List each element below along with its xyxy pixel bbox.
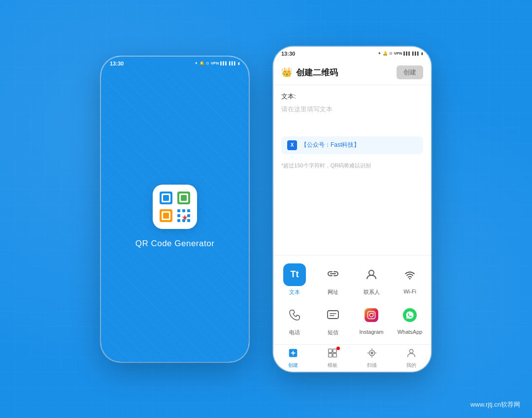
create-button[interactable]: 创建 <box>397 65 423 79</box>
url-icon-wrap <box>322 263 344 286</box>
whatsapp-type-label: WhatsApp <box>398 329 423 335</box>
app-screen-icon: ⊙ <box>389 51 393 56</box>
content-area: 文本: 请在这里填写文本 X 【公众号：Fast科技】 *超过150个字符时，Q… <box>273 85 431 255</box>
phone-splash-inner: 13:30 ✦ 🔔 ⊙ VPN ▌▌▌ ▌▌▌ ▮ <box>101 57 249 362</box>
nav-scan-icon <box>366 348 377 361</box>
type-item-phone[interactable]: 电话 <box>275 300 314 340</box>
svg-rect-23 <box>368 311 375 319</box>
url-icon <box>326 268 340 282</box>
text-label: 文本: <box>273 85 431 103</box>
svg-rect-20 <box>328 311 338 319</box>
screen-icon: ⊙ <box>206 61 209 65</box>
svg-point-18 <box>369 270 374 275</box>
nav-scan-label: 扫描 <box>367 362 377 369</box>
phone-app-inner: 13:30 ✦ 🔔 ⊙ VPN ▌▌▌ ▌▌▌ ▮ 👑 创 <box>273 47 431 372</box>
svg-rect-29 <box>329 349 332 352</box>
wifi-status-icon: ▌▌▌ <box>229 62 236 65</box>
phone-icon <box>288 308 301 322</box>
wifi-type-label: Wi-Fi <box>403 289 416 294</box>
svg-rect-30 <box>333 349 336 352</box>
app-header: 👑 创建二维码 创建 <box>273 61 431 85</box>
type-item-sms[interactable]: 短信 <box>314 300 352 340</box>
header-title: 创建二维码 <box>296 67 338 78</box>
nav-create[interactable]: 创建 <box>273 345 313 372</box>
type-item-instagram[interactable]: Instagram <box>352 300 391 340</box>
instagram-icon <box>365 308 378 322</box>
whatsapp-icon <box>403 308 417 322</box>
ad-text: 【公众号：Fast科技】 <box>301 141 360 149</box>
app-network-icon: VPN <box>394 51 402 56</box>
svg-point-25 <box>373 312 374 313</box>
sms-type-label: 短信 <box>328 329 338 336</box>
battery-icon: ▮ <box>238 62 240 65</box>
nav-create-icon <box>288 348 299 361</box>
bottom-nav: 创建 模板 <box>273 344 431 372</box>
nav-profile-icon <box>406 348 417 361</box>
type-item-url[interactable]: 网址 <box>314 259 352 300</box>
app-status-icons: ✦ 🔔 ⊙ VPN ▌▌▌ ▌▌▌ ▮ <box>378 51 423 56</box>
nav-template-label: 模板 <box>328 362 337 369</box>
app-screen: 13:30 ✦ 🔔 ⊙ VPN ▌▌▌ ▌▌▌ ▮ 👑 创 <box>273 47 431 372</box>
svg-point-24 <box>369 313 373 317</box>
contact-icon <box>365 268 378 282</box>
crown-icon: 👑 <box>281 67 292 78</box>
svg-rect-31 <box>329 353 332 356</box>
svg-point-19 <box>409 278 411 279</box>
app-status-bar: 13:30 ✦ 🔔 ⊙ VPN ▌▌▌ ▌▌▌ ▮ <box>273 47 431 61</box>
app-battery-icon: ▮ <box>421 52 423 56</box>
app-volume-icon: 🔔 <box>383 51 388 56</box>
type-item-whatsapp[interactable]: WhatsApp <box>391 300 429 340</box>
type-item-wifi[interactable]: Wi-Fi <box>391 259 429 300</box>
text-icon-wrap: Tt <box>283 263 306 286</box>
nav-template[interactable]: 模板 <box>313 345 352 372</box>
hint-text: *超过150个字符时，QR码将难以识别 <box>273 158 431 173</box>
svg-point-34 <box>371 352 373 354</box>
nav-profile[interactable]: 我的 <box>392 345 431 372</box>
app-bluetooth-icon: ✦ <box>378 51 381 56</box>
header-left: 👑 创建二维码 <box>281 67 338 78</box>
site-watermark: www.rjtj.cn软荐网 <box>470 400 520 409</box>
phone-type-label: 电话 <box>289 329 300 336</box>
ad-banner: X 【公众号：Fast科技】 <box>281 136 423 154</box>
splash-screen: 13:30 ✦ 🔔 ⊙ VPN ▌▌▌ ▌▌▌ ▮ <box>101 57 249 362</box>
notch <box>155 57 195 67</box>
contact-type-label: 联系人 <box>364 289 380 296</box>
text-type-icon: Tt <box>291 269 299 280</box>
svg-point-39 <box>409 349 413 353</box>
url-type-label: 网址 <box>328 289 338 296</box>
svg-rect-32 <box>333 353 336 356</box>
splash-time: 13:30 <box>110 61 124 66</box>
text-type-label: 文本 <box>289 289 300 296</box>
splash-status-icons: ✦ 🔔 ⊙ VPN ▌▌▌ ▌▌▌ ▮ <box>195 61 240 65</box>
template-dot <box>336 347 340 350</box>
whatsapp-icon-wrap <box>399 304 421 326</box>
phones-container: 13:30 ✦ 🔔 ⊙ VPN ▌▌▌ ▌▌▌ ▮ <box>101 47 431 372</box>
nav-create-label: 创建 <box>288 362 298 369</box>
nav-template-icon <box>327 348 338 361</box>
wifi-icon <box>403 268 417 282</box>
type-item-text[interactable]: Tt 文本 <box>275 259 314 300</box>
type-grid: Tt 文本 网址 <box>273 256 431 344</box>
text-input-placeholder[interactable]: 请在这里填写文本 <box>273 103 431 132</box>
contact-icon-wrap <box>360 263 383 286</box>
sms-icon <box>326 308 340 322</box>
ad-icon: X <box>287 140 297 150</box>
nav-scan[interactable]: 扫描 <box>352 345 392 372</box>
app-wifi-icon: ▌▌▌ <box>412 52 420 55</box>
volume-icon: 🔔 <box>200 61 204 65</box>
network-icon: VPN <box>211 61 219 65</box>
phone-splash: 13:30 ✦ 🔔 ⊙ VPN ▌▌▌ ▌▌▌ ▮ <box>101 57 249 362</box>
app-signal-icon: ▌▌▌ <box>403 52 411 55</box>
instagram-icon-wrap <box>360 304 383 326</box>
sms-icon-wrap <box>322 304 344 326</box>
phone-app: 13:30 ✦ 🔔 ⊙ VPN ▌▌▌ ▌▌▌ ▮ 👑 创 <box>273 47 431 372</box>
type-item-contact[interactable]: 联系人 <box>352 259 391 300</box>
phone-icon-wrap <box>283 304 306 326</box>
wifi-icon-wrap <box>399 263 421 286</box>
signal-icon: ▌▌▌ <box>220 62 228 65</box>
nav-profile-label: 我的 <box>406 362 416 369</box>
bluetooth-icon: ✦ <box>195 61 198 65</box>
type-selector: Tt 文本 网址 <box>273 255 431 344</box>
instagram-type-label: Instagram <box>360 329 384 335</box>
app-time: 13:30 <box>281 51 295 57</box>
